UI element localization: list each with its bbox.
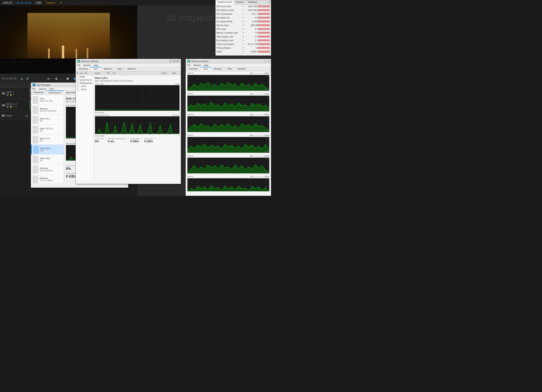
resource-monitor-panel: R Resource Monitor ─ ▭ ✕ File Monitor He… xyxy=(76,59,181,184)
rm-cpu-tab[interactable]: CPU xyxy=(91,67,101,71)
head xyxy=(9,60,12,63)
rm-close-icon[interactable]: ✕ xyxy=(268,60,269,62)
cpu-grid-3 xyxy=(188,137,269,153)
figure-4 xyxy=(87,48,88,58)
head xyxy=(17,60,20,63)
rm-col-pid: PID xyxy=(106,71,112,75)
cpu-graph-rows: CPU 0 0% ─────── 100% 0% 100% CPU 1 0% ─… xyxy=(186,71,271,191)
rm-process-row-image: Image xyxy=(76,75,93,79)
rm-transfer-max: 100 KB/s xyxy=(172,114,180,116)
rm-menubar: File Monitor Help xyxy=(76,63,181,67)
cpu-canvas-0: 0% 100% xyxy=(187,75,269,91)
tm-sidebar-item-8[interactable]: Ethernet S: 0 R: 0 Kbps xyxy=(31,175,64,183)
rm-help-menu[interactable]: Help xyxy=(94,64,98,66)
tm-sidebar-item-6[interactable]: Disk 4 (Q:) 0% xyxy=(31,154,64,164)
gpu-row-4: Fan Speed (RPM) ▼ 0 RPM xyxy=(216,20,271,23)
rm-network-tab[interactable]: Network xyxy=(125,67,138,71)
rm-monitor-menu[interactable]: Monitor xyxy=(194,64,201,66)
tm-sidebar-item-0[interactable]: CPU 51% 2.97 GHz xyxy=(31,95,64,105)
rm-restore-btn[interactable]: ▭ xyxy=(173,60,176,63)
tm-options-menu[interactable]: Options xyxy=(39,88,46,90)
rm-process-rows: Image SearchUI.exe ShellExperienceHos...… xyxy=(76,75,93,91)
stop-btn[interactable]: ⏹ xyxy=(65,76,70,81)
rm-icon: R xyxy=(187,60,190,63)
rm-tab-network[interactable]: Network xyxy=(235,67,249,71)
tm-sidebar-thumb-3 xyxy=(33,126,38,133)
stage-backdrop xyxy=(27,13,110,64)
rm-col-image: Image xyxy=(94,71,106,75)
step-back-btn[interactable]: ◀ xyxy=(54,76,58,81)
gpu-monitor-panel: Graphics Card Sensors Validation ─ ✕ GPU… xyxy=(215,0,271,56)
rm-disk-tab[interactable]: Disk xyxy=(115,67,125,71)
tm-view-menu[interactable]: View xyxy=(49,88,54,90)
cpu-grid-1 xyxy=(188,96,269,111)
process-checkbox[interactable] xyxy=(77,85,79,87)
gpu-tab-validation[interactable]: Validation xyxy=(246,0,260,4)
master-audio-icon: 🔊 xyxy=(26,115,28,117)
rm-write-val: 0 KB/s xyxy=(144,140,154,143)
tm-tab-performance[interactable]: Performance xyxy=(46,90,64,95)
rm-tab-disk[interactable]: Disk xyxy=(225,67,235,71)
gpu-tab-icons: ─ ✕ xyxy=(265,0,271,4)
tm-sidebar-item-5[interactable]: Disk 3 (P:) 0% xyxy=(31,145,64,154)
tm-sidebar-item-2[interactable]: Disk 0 (C:) 0% xyxy=(31,115,64,125)
rm-tabs: Overview CPU Memory Disk Network xyxy=(186,67,271,71)
zoom-control[interactable]: 132% ▼ xyxy=(2,1,13,4)
tm-sidebar-item-3[interactable]: Disk 1 (X: D:) 0% xyxy=(31,125,64,135)
rm-monitor-menu[interactable]: Monitor xyxy=(84,64,91,66)
process-name: ShellExperienceHos... xyxy=(80,82,92,84)
cpu-grid-0 xyxy=(188,75,269,90)
rm-minimize-icon[interactable]: ─ xyxy=(260,60,262,62)
tm-sidebar-item-7[interactable]: Ethernet Not connected xyxy=(31,164,64,175)
rm-transfer-label: Disk transfer rate xyxy=(95,114,108,116)
rm-tab-overview[interactable]: Overview xyxy=(186,67,201,71)
gpu-minimize-icon[interactable]: ─ xyxy=(266,1,267,3)
rm-restore-icon[interactable]: ▭ xyxy=(264,60,266,62)
rm-close-btn[interactable]: ✕ xyxy=(176,60,179,63)
gpu-row-2: GPU Temperature ▼ 51.0 °C xyxy=(216,12,271,16)
frame-dot: • xyxy=(36,2,37,4)
tm-sidebar-thumb-2 xyxy=(33,116,38,124)
timeline-dropdown-icon[interactable]: ▼ xyxy=(60,2,62,4)
in-point-btn[interactable]: ⬥ xyxy=(61,77,62,80)
head xyxy=(21,61,23,63)
rm-active-pct: 100% xyxy=(175,83,180,85)
rm-expand-icon: 40 xyxy=(85,72,87,74)
process-checkbox[interactable] xyxy=(77,79,79,81)
rm-minimize-btn[interactable]: ─ xyxy=(169,60,172,63)
tm-tab-processes[interactable]: Processes xyxy=(31,90,46,95)
process-checkbox[interactable] xyxy=(77,82,79,84)
process-checkbox[interactable] xyxy=(77,76,79,78)
gpu-tab-sensors[interactable]: Sensors xyxy=(234,0,246,4)
figure-3 xyxy=(76,49,77,58)
rm-transfer-chart xyxy=(95,116,180,134)
cpu-grid-2 xyxy=(188,117,269,132)
zoom-dropdown-icon[interactable]: ▼ xyxy=(10,2,12,4)
rm-active-val-label: Active time xyxy=(95,138,104,140)
current-timecode: 01:01:09:28 xyxy=(2,77,16,80)
gpu-close-icon[interactable]: ✕ xyxy=(268,1,270,3)
rm-tab-cpu[interactable]: CPU xyxy=(201,67,211,71)
head xyxy=(5,61,8,63)
skip-start-btn[interactable]: ⏮ xyxy=(46,76,51,81)
rm-tab-memory[interactable]: Memory xyxy=(211,67,225,71)
cpu-graph-row-4: CPU 4 0% ─────── 100% 0% 100% xyxy=(186,154,271,175)
cpu-range-2: 0% ─────── 100% xyxy=(250,114,269,116)
rm-memory-tab[interactable]: Memory xyxy=(101,67,115,71)
tm-sidebar-item-4[interactable]: Disk 2 (Y:) 0% xyxy=(31,135,64,145)
rm-file-menu[interactable]: File xyxy=(187,64,190,66)
rm-overview-tab[interactable]: Overview xyxy=(76,67,91,71)
rm-menubar: File Monitor Help xyxy=(186,63,271,67)
tm-file-menu[interactable]: File xyxy=(32,88,36,90)
process-checkbox[interactable] xyxy=(77,89,79,90)
tm-sidebar-item-1[interactable]: Memory 8.5/16.0 GB (53%) xyxy=(31,105,64,115)
rm-help-menu[interactable]: Help xyxy=(204,64,208,66)
cpu-graph-row-3: CPU 3 0% ─────── 100% 0% 100% xyxy=(186,133,271,154)
process-name: ...CP.ex xyxy=(80,85,92,87)
cpu-canvas-1: 0% 100% xyxy=(187,95,269,111)
gpu-tab-graphics[interactable]: Graphics Card xyxy=(216,0,234,5)
rm-title-buttons: ─ ▭ ✕ xyxy=(169,60,179,63)
tm-read-val: 0 KB/s xyxy=(66,175,77,179)
rm-file-menu[interactable]: File xyxy=(77,64,81,66)
cpu-graph-row-1: CPU 1 0% ─────── 100% 0% 100% xyxy=(186,92,271,113)
